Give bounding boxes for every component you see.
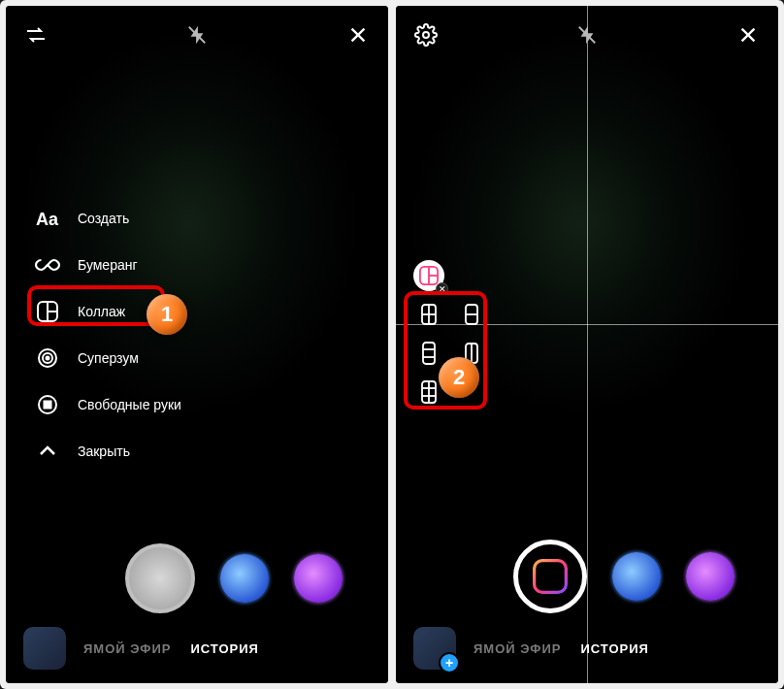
filter-strip bbox=[6, 543, 388, 613]
infinity-icon bbox=[35, 252, 60, 278]
layout-icon bbox=[35, 299, 60, 324]
svg-text:Aa: Aa bbox=[36, 210, 59, 229]
layout-option-1x3[interactable] bbox=[419, 340, 439, 367]
layout-bubble-close-icon[interactable]: ✕ bbox=[436, 282, 448, 295]
gallery-thumbnail[interactable] bbox=[23, 627, 66, 670]
tutorial-frame: Aa Создать Бумеранг bbox=[0, 0, 784, 689]
layout-option-empty bbox=[462, 378, 481, 406]
effect-filter-2[interactable] bbox=[686, 552, 735, 601]
text-icon: Aa bbox=[35, 206, 60, 231]
phone-right: ✕ bbox=[396, 6, 778, 683]
close-icon[interactable] bbox=[735, 22, 761, 48]
mode-create[interactable]: Aa Создать bbox=[35, 205, 181, 232]
nav-live[interactable]: ЯМОЙ ЭФИР bbox=[474, 641, 561, 656]
nav-story[interactable]: ИСТОРИЯ bbox=[190, 641, 259, 656]
svg-point-13 bbox=[423, 32, 429, 38]
mode-label: Создать bbox=[78, 211, 129, 226]
nav-live[interactable]: ЯМОЙ ЭФИР bbox=[83, 641, 171, 656]
close-icon[interactable] bbox=[345, 22, 371, 48]
mode-layout[interactable]: Коллаж bbox=[35, 298, 181, 325]
target-icon bbox=[35, 345, 60, 371]
nav-row: ЯМОЙ ЭФИР ИСТОРИЯ bbox=[6, 627, 388, 670]
flash-off-icon[interactable] bbox=[184, 22, 210, 48]
layout-bubble-icon[interactable]: ✕ bbox=[413, 260, 444, 291]
gallery-thumbnail[interactable] bbox=[413, 627, 456, 670]
layout-option-2x3[interactable] bbox=[419, 378, 439, 406]
mode-label: Коллаж bbox=[78, 304, 125, 319]
bottom-controls: ЯМОЙ ЭФИР ИСТОРИЯ bbox=[6, 518, 388, 683]
phone-left: Aa Создать Бумеранг bbox=[6, 6, 388, 683]
effect-filter-1[interactable] bbox=[612, 552, 661, 601]
flash-off-icon[interactable] bbox=[574, 22, 600, 48]
stop-square-icon bbox=[35, 392, 60, 417]
nav-story[interactable]: ИСТОРИЯ bbox=[580, 641, 649, 656]
top-bar bbox=[396, 6, 778, 64]
layout-option-2x2[interactable] bbox=[419, 301, 439, 328]
filter-strip bbox=[396, 540, 778, 613]
layout-option-2x1[interactable] bbox=[462, 340, 481, 367]
mode-label: Бумеранг bbox=[78, 257, 138, 273]
mode-superzoom[interactable]: Суперзум bbox=[35, 344, 181, 372]
svg-rect-12 bbox=[45, 402, 51, 409]
effect-filter-2[interactable] bbox=[294, 554, 343, 603]
mode-label: Суперзум bbox=[78, 350, 139, 366]
switch-camera-icon[interactable] bbox=[23, 22, 49, 48]
mode-close[interactable]: Закрыть bbox=[35, 438, 181, 465]
mode-label: Закрыть bbox=[78, 443, 130, 459]
shutter-button-layout[interactable] bbox=[513, 540, 587, 613]
settings-gear-icon[interactable] bbox=[413, 22, 439, 48]
shutter-button[interactable] bbox=[125, 543, 195, 613]
camera-mode-menu: Aa Создать Бумеранг bbox=[35, 205, 181, 465]
nav-row: ЯМОЙ ЭФИР ИСТОРИЯ bbox=[396, 627, 778, 670]
bottom-controls: ЯМОЙ ЭФИР ИСТОРИЯ bbox=[396, 518, 778, 683]
effect-filter-1[interactable] bbox=[220, 554, 269, 603]
layout-option-1x2[interactable] bbox=[462, 301, 481, 328]
top-bar bbox=[6, 6, 388, 64]
mode-handsfree[interactable]: Свободные руки bbox=[35, 391, 181, 418]
mode-label: Свободные руки bbox=[78, 397, 181, 412]
svg-rect-26 bbox=[423, 343, 435, 364]
chevron-up-icon bbox=[35, 439, 60, 464]
mode-boomerang[interactable]: Бумеранг bbox=[35, 251, 181, 279]
svg-point-10 bbox=[47, 357, 49, 360]
